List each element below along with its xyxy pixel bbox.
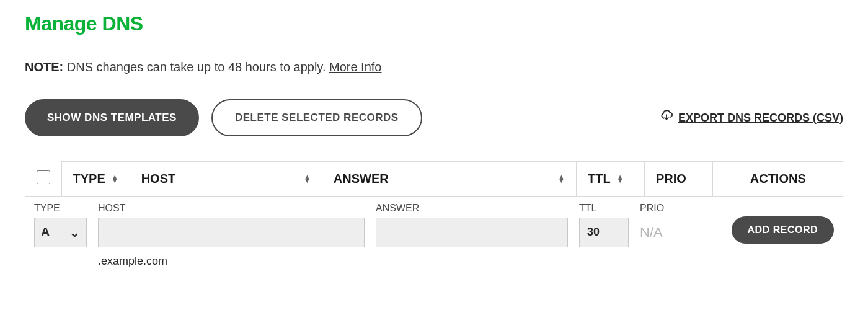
ttl-field: TTL (579, 203, 629, 247)
ttl-input[interactable] (579, 218, 629, 247)
chevron-down-icon: ⌄ (69, 225, 80, 240)
sort-icon: ▲▼ (558, 175, 565, 182)
host-suffix: .example.com (98, 255, 365, 268)
type-select[interactable]: A ⌄ (34, 218, 87, 247)
dns-records-table: TYPE▲▼ HOST▲▼ ANSWER▲▼ TTL▲▼ PRIO ACTION… (25, 161, 843, 283)
host-input[interactable] (98, 218, 365, 247)
export-dns-records-link[interactable]: EXPORT DNS RECORDS (CSV) (660, 110, 843, 126)
host-field: HOST .example.com (98, 203, 365, 268)
host-field-label: HOST (98, 203, 365, 214)
sort-icon: ▲▼ (112, 175, 118, 182)
sort-icon: ▲▼ (617, 175, 624, 182)
column-header-ttl[interactable]: TTL▲▼ (577, 162, 645, 197)
show-dns-templates-button[interactable]: SHOW DNS TEMPLATES (25, 99, 199, 136)
answer-field: ANSWER (376, 203, 568, 247)
note-row: NOTE: DNS changes can take up to 48 hour… (25, 60, 843, 74)
column-header-type[interactable]: TYPE▲▼ (61, 162, 130, 197)
answer-input[interactable] (376, 218, 568, 247)
action-bar: SHOW DNS TEMPLATES DELETE SELECTED RECOR… (25, 99, 843, 136)
ttl-field-label: TTL (579, 203, 629, 214)
note-label: NOTE: (25, 60, 63, 74)
prio-value: N/A (640, 218, 664, 247)
delete-selected-records-button[interactable]: DELETE SELECTED RECORDS (211, 99, 422, 136)
column-header-answer[interactable]: ANSWER▲▼ (322, 162, 576, 197)
column-header-prio: PRIO (645, 162, 713, 197)
answer-field-label: ANSWER (376, 203, 568, 214)
add-record-button[interactable]: ADD RECORD (732, 216, 834, 244)
type-select-value: A (41, 225, 50, 239)
type-field: TYPE A ⌄ (34, 203, 87, 247)
column-header-host[interactable]: HOST▲▼ (130, 162, 322, 197)
prio-field: PRIO N/A (640, 203, 664, 247)
page-title: Manage DNS (25, 12, 843, 35)
type-field-label: TYPE (34, 203, 87, 214)
note-text: DNS changes can take up to 48 hours to a… (63, 60, 329, 74)
export-link-label: EXPORT DNS RECORDS (CSV) (678, 112, 843, 125)
select-all-header (25, 162, 62, 197)
cloud-download-icon (660, 110, 673, 126)
prio-field-label: PRIO (640, 203, 664, 214)
select-all-checkbox[interactable] (37, 170, 50, 184)
more-info-link[interactable]: More Info (329, 60, 381, 74)
column-header-actions: ACTIONS (713, 162, 843, 197)
new-record-row: TYPE A ⌄ HOST .example.com ANSWER (34, 203, 834, 268)
sort-icon: ▲▼ (304, 175, 311, 182)
